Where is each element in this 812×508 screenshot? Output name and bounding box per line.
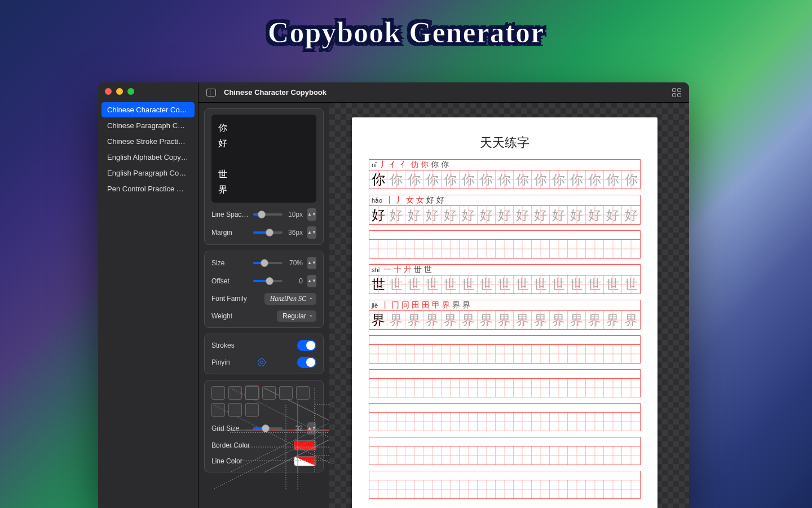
grid-cell: 界: [514, 311, 532, 329]
weight-select[interactable]: Regular: [277, 310, 316, 322]
margin-label: Margin: [211, 229, 249, 237]
offset-stepper[interactable]: ▲▼: [307, 275, 316, 287]
grid-option-7[interactable]: [211, 403, 225, 417]
pinyin-row: [369, 437, 641, 446]
close-icon[interactable]: [105, 88, 112, 95]
minimize-icon[interactable]: [116, 88, 123, 95]
grid-cell: 世: [604, 275, 622, 294]
grid-cell: [423, 480, 442, 498]
grid-cell: 好: [496, 206, 514, 224]
grid-cell: [604, 345, 622, 363]
grid-option-5[interactable]: [279, 386, 293, 400]
cell-row: 你你你你你你你你你你你你你你你: [369, 170, 641, 189]
grid-cell: 界: [387, 311, 405, 329]
grid-cell: [496, 379, 514, 397]
grid-cell: 你: [514, 170, 532, 189]
grid-cell: [514, 446, 532, 465]
grid-cell: [622, 413, 640, 431]
grid-cell: [369, 379, 387, 397]
sidebar-item-5[interactable]: Pen Control Practice C…: [102, 181, 195, 196]
sidebar-item-4[interactable]: English Paragraph Copy…: [102, 165, 195, 181]
grid-cell: [550, 413, 568, 431]
grid-cell: [532, 345, 550, 363]
margin-stepper[interactable]: ▲▼: [307, 226, 316, 239]
characters-input[interactable]: 你 好 世 界: [211, 115, 316, 203]
size-value: 70%: [287, 259, 303, 267]
grid-cell: 你: [604, 170, 622, 189]
toggle-sidebar-icon[interactable]: [206, 89, 216, 97]
grid-cell: 好: [369, 206, 387, 224]
zoom-icon[interactable]: [127, 88, 134, 95]
offset-slider[interactable]: [253, 280, 283, 282]
grid-option-9[interactable]: [245, 403, 259, 417]
grid-cell: 界: [532, 311, 550, 329]
sidebar-item-2[interactable]: Chinese Stroke Practic…: [102, 134, 195, 149]
grid-cell: 你: [622, 170, 640, 189]
grid-cell: [369, 446, 387, 465]
font-family-select[interactable]: HanziPen SC: [264, 293, 316, 305]
grid-cell: [604, 413, 622, 431]
grid-cell: 好: [532, 206, 550, 224]
grid-cell: [405, 446, 423, 465]
grid-cell: [387, 240, 405, 258]
grid-cell: 世: [514, 275, 532, 294]
strokes-toggle[interactable]: [297, 340, 316, 351]
grid-cell: [568, 480, 586, 498]
grid-style-options: [211, 386, 316, 417]
grid-option-3[interactable]: [245, 386, 259, 400]
preview-canvas[interactable]: 天天练字 nǐ丿亻亻仂你你你你你你你你你你你你你你你你你你hǎo丨丿女女好好好好…: [329, 103, 689, 508]
pinyin-toggle[interactable]: [297, 357, 316, 368]
sidebar-item-1[interactable]: Chinese Paragraph Cop…: [102, 118, 195, 133]
grid-cell: [460, 379, 478, 397]
practice-row: [369, 403, 641, 431]
grid-cell: [586, 446, 604, 465]
sidebar-item-3[interactable]: English Alphabet Copyb…: [102, 150, 195, 165]
grid-cell: 好: [568, 206, 586, 224]
grid-option-2[interactable]: [228, 386, 242, 400]
pinyin-settings-icon[interactable]: [258, 358, 266, 366]
titlebar: Chinese Character Copybook: [198, 82, 689, 103]
grid-cell: [387, 379, 405, 397]
size-stepper[interactable]: ▲▼: [307, 257, 316, 269]
grid-cell: [550, 446, 568, 465]
grid-cell: [369, 413, 387, 431]
grid-cell: [568, 240, 586, 258]
grid-cell: 好: [604, 206, 622, 224]
grid-cell: 世: [550, 275, 568, 294]
app-window: Chinese Character Cop…Chinese Paragraph …: [98, 82, 689, 508]
grid-cell: 你: [387, 170, 405, 189]
grid-cell: [532, 379, 550, 397]
grid-cell: 你: [478, 170, 496, 189]
grid-cell: 世: [622, 275, 640, 294]
grid-cell: 世: [442, 275, 460, 294]
grid-cell: 好: [387, 206, 405, 224]
grid-cell: 界: [550, 311, 568, 329]
grid-option-1[interactable]: [211, 386, 225, 400]
line-spacing-label: Line Spaci…: [211, 211, 249, 218]
cell-row: 界界界界界界界界界界界界界界界: [369, 310, 641, 330]
grid-option-6[interactable]: [296, 386, 310, 400]
grid-cell: 好: [405, 206, 423, 224]
grid-cell: [478, 413, 496, 431]
grid-option-8[interactable]: [228, 403, 242, 417]
grid-cell: 界: [460, 311, 478, 329]
grid-cell: [423, 379, 442, 397]
grid-cell: [622, 480, 640, 498]
grid-cell: [496, 480, 514, 498]
grid-size-slider[interactable]: [253, 427, 283, 430]
margin-slider[interactable]: [253, 231, 283, 234]
line-spacing-slider[interactable]: [253, 213, 283, 216]
pinyin-label: Pinyin: [211, 358, 230, 366]
grid-view-icon[interactable]: [672, 88, 681, 97]
sidebar-item-0[interactable]: Chinese Character Cop…: [102, 102, 195, 117]
grid-cell: 好: [478, 206, 496, 224]
grid-cell: [478, 345, 496, 363]
line-spacing-stepper[interactable]: ▲▼: [307, 208, 316, 221]
window-controls[interactable]: [98, 88, 198, 102]
grid-cell: 你: [369, 170, 387, 189]
grid-option-4[interactable]: [262, 386, 276, 400]
grid-cell: 你: [586, 170, 604, 189]
grid-cell: 世: [460, 275, 478, 294]
size-slider[interactable]: [253, 262, 283, 264]
cell-row: [369, 378, 641, 397]
